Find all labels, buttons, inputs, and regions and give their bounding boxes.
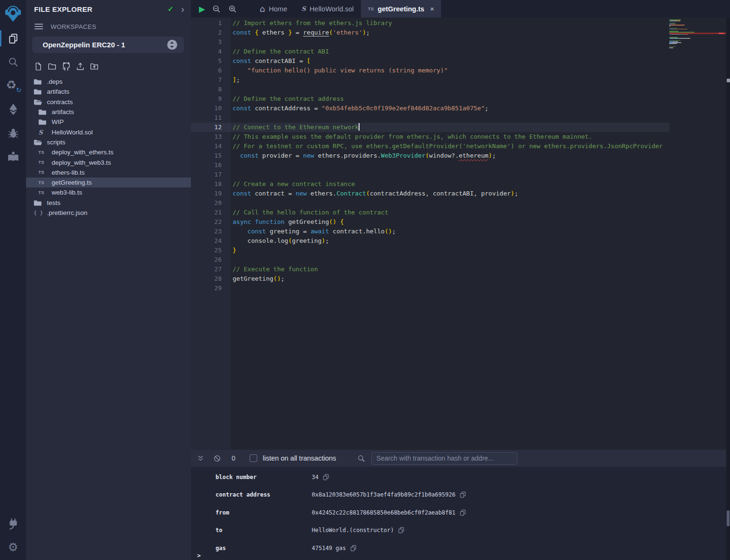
- line-text: console.log(greeting);: [233, 236, 329, 246]
- new-folder-icon[interactable]: [47, 62, 57, 71]
- tree-item-artifacts[interactable]: artifacts: [26, 87, 191, 97]
- workspace-select[interactable]: OpenZeppelin ERC20 - 1: [32, 36, 184, 53]
- activity-file-explorer[interactable]: [0, 27, 26, 50]
- line-number: 11: [191, 113, 231, 123]
- tree-item-artifacts[interactable]: artifacts: [26, 107, 191, 117]
- copy-icon[interactable]: [398, 527, 405, 533]
- code-editor[interactable]: 1// Import ethers from the ethers.js lib…: [191, 18, 730, 450]
- terminal-log-row: gas475149 gas: [191, 539, 730, 557]
- log-value: 34: [312, 474, 318, 480]
- folder-open-icon: [34, 98, 43, 106]
- code-line-7: 7];: [191, 75, 730, 85]
- code-line-13: 13// This example uses the default provi…: [191, 132, 730, 142]
- code-line-12: 12// Connect to the Ethereum network: [191, 123, 730, 132]
- line-text: const contractAddress = "0xb54febb5c0c0f…: [233, 104, 488, 113]
- activity-solidity-compiler[interactable]: ♻↻: [0, 74, 26, 98]
- tree-item-helloworld-sol[interactable]: SHelloWorld.sol: [26, 127, 191, 137]
- listen-transactions-checkbox[interactable]: [250, 454, 257, 462]
- code-line-27: 27// Execute the function: [191, 265, 730, 274]
- copy-icon[interactable]: [350, 545, 357, 551]
- new-file-icon[interactable]: [34, 62, 43, 71]
- activity-settings[interactable]: ⚙: [0, 535, 26, 559]
- copy-icon[interactable]: [323, 474, 329, 480]
- log-value: 0x8a120383e6057b1f3aef4fa9b89c2f1b0a6959…: [312, 491, 455, 498]
- log-label: gas: [216, 545, 312, 551]
- minimap[interactable]: [669, 18, 726, 450]
- chevron-right-icon[interactable]: ›: [181, 4, 184, 14]
- code-line-28: 28getGreeting();: [191, 274, 730, 284]
- text-cursor: [359, 123, 360, 131]
- tree-item-web3-lib-ts[interactable]: TSweb3-lib.ts: [26, 187, 191, 197]
- tree-item-scripts[interactable]: scripts: [26, 137, 191, 147]
- code-line-10: 10const contractAddress = "0xb54febb5c0c…: [191, 104, 730, 113]
- terminal-search-input[interactable]: [371, 452, 517, 465]
- activity-deploy-run[interactable]: [0, 98, 26, 121]
- upload-folder-icon[interactable]: [90, 62, 99, 71]
- tab-home[interactable]: ⌂Home: [252, 0, 294, 18]
- tab-getgreeting-ts[interactable]: TSgetGreeting.ts×: [361, 0, 442, 18]
- upload-file-icon[interactable]: [76, 62, 85, 71]
- code-line-9: 9// Define the contract address: [191, 94, 730, 104]
- editor-scrollbar: [726, 18, 730, 450]
- line-text: // Call the hello function of the contra…: [233, 208, 388, 217]
- tree-item-label: ethers-lib.ts: [52, 169, 85, 176]
- github-icon[interactable]: [62, 62, 71, 71]
- code-line-2: 2const { ethers } = require('ethers');: [191, 28, 730, 37]
- file-tree: .depsartifactscontractsartifactsWIPSHell…: [26, 77, 191, 218]
- code-line-22: 22async function getGreeting() {: [191, 217, 730, 227]
- editor-scrollbar-thumb[interactable]: [727, 79, 730, 82]
- line-number: 10: [191, 104, 231, 113]
- typescript-file-icon: TS: [38, 160, 48, 165]
- typescript-file-icon: TS: [368, 7, 374, 11]
- line-text: // Define the contract address: [233, 94, 344, 104]
- check-icon[interactable]: ✓: [168, 5, 174, 13]
- tree-item-tests[interactable]: tests: [26, 198, 191, 208]
- terminal-panel[interactable]: 0 listen on all transactions block numbe…: [191, 450, 730, 560]
- clear-console-icon[interactable]: [213, 454, 221, 462]
- code-line-21: 21// Call the hello function of the cont…: [191, 208, 730, 217]
- close-icon[interactable]: ×: [430, 5, 434, 13]
- tree-item-wip[interactable]: WIP: [26, 117, 191, 127]
- tree-item-ethers-lib-ts[interactable]: TSethers-lib.ts: [26, 168, 191, 178]
- tree-item-contracts[interactable]: contracts: [26, 97, 191, 107]
- run-script-button[interactable]: ▶: [199, 4, 205, 14]
- line-number: 21: [191, 208, 231, 217]
- activity-debugger[interactable]: [0, 121, 26, 145]
- activity-remix-logo[interactable]: [0, 0, 26, 27]
- line-text: // Import ethers from the ethers.js libr…: [233, 18, 392, 28]
- tree-item-label: scripts: [47, 139, 65, 146]
- code-line-16: 16: [191, 160, 730, 170]
- line-text: const greeting = await contract.hello();: [233, 227, 396, 236]
- tree-item-deploy-with-web3-ts[interactable]: TSdeploy_with_web3.ts: [26, 157, 191, 167]
- code-line-25: 25}: [191, 246, 730, 255]
- terminal-prompt: >: [197, 552, 201, 559]
- search-icon: [8, 56, 19, 68]
- zoom-in-icon[interactable]: [228, 4, 237, 14]
- activity-search[interactable]: [0, 50, 26, 74]
- tab-helloworld-sol[interactable]: SHelloWorld.sol: [294, 0, 361, 18]
- terminal-scrollbar-thumb[interactable]: [727, 510, 730, 526]
- line-number: 19: [191, 189, 231, 198]
- terminal-log-row: contract address0x8a120383e6057b1f3aef4f…: [191, 486, 730, 504]
- tree-item-label: tests: [47, 199, 61, 206]
- workspaces-menu-icon[interactable]: [35, 22, 43, 31]
- tree-item-deploy-with-ethers-ts[interactable]: TSdeploy_with_ethers.ts: [26, 147, 191, 157]
- terminal-log-row: from0x42452c22c88178685850e68beb6cf0f2ae…: [191, 504, 730, 522]
- copy-icon[interactable]: [460, 491, 466, 498]
- line-number: 25: [191, 246, 231, 255]
- typescript-file-icon: TS: [38, 170, 48, 175]
- copy-icon[interactable]: [460, 509, 466, 516]
- line-number: 26: [191, 255, 231, 265]
- activity-plugin-manager[interactable]: [0, 512, 26, 535]
- zoom-out-icon[interactable]: [212, 4, 221, 14]
- activity-learneth[interactable]: [0, 145, 26, 169]
- tree-item--prettierrc-json[interactable]: { }.prettierrc.json: [26, 208, 191, 218]
- line-number: 13: [191, 132, 231, 142]
- expand-terminal-icon[interactable]: [197, 454, 205, 462]
- tree-item-getgreeting-ts[interactable]: TSgetGreeting.ts: [26, 178, 191, 187]
- tree-item-label: .prettierrc.json: [47, 209, 88, 216]
- code-line-4: 4// Define the contract ABI: [191, 47, 730, 56]
- log-label: to: [216, 527, 312, 533]
- deploy-run-icon: [8, 103, 19, 116]
- tree-item--deps[interactable]: .deps: [26, 77, 191, 87]
